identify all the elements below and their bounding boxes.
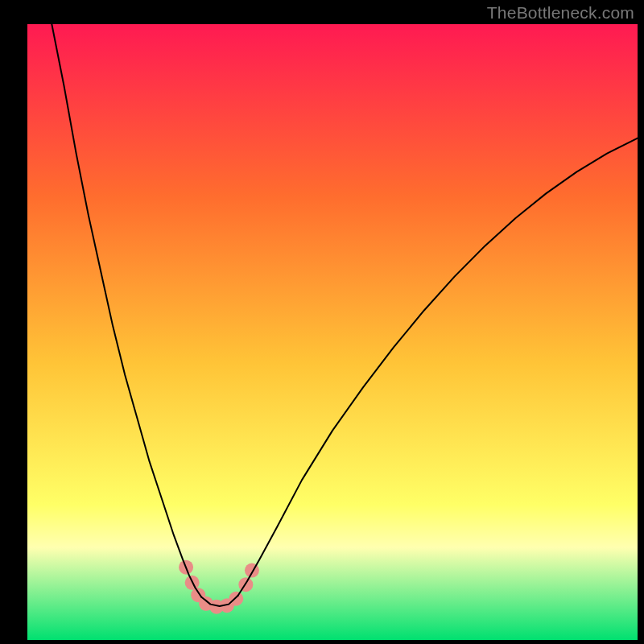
watermark-text: TheBottleneck.com <box>487 3 634 23</box>
chart-frame: TheBottleneck.com <box>0 0 644 644</box>
plot-area <box>27 24 638 640</box>
plot-svg <box>27 24 638 640</box>
highlight-dot <box>229 592 243 606</box>
plot-background <box>27 24 638 640</box>
